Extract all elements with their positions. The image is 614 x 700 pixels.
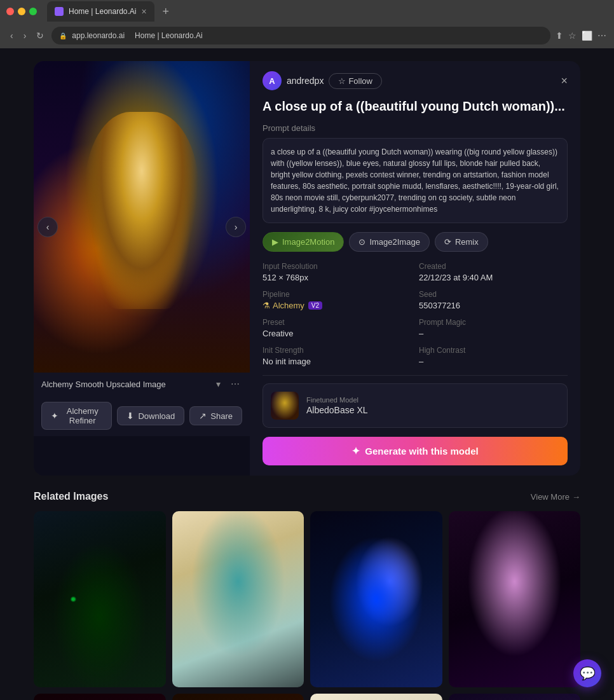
- download-button[interactable]: ⬇ Download: [117, 406, 184, 425]
- url-path: Home | Leonardo.Ai: [135, 31, 203, 40]
- chat-icon: 💬: [580, 666, 596, 681]
- preset-value: Creative: [263, 329, 411, 338]
- prompt-section-label: Prompt details: [263, 123, 568, 133]
- username[interactable]: andredpx: [287, 76, 324, 86]
- pipeline-value: ⚗ Alchemy V2: [263, 301, 411, 310]
- input-resolution-label: Input Resolution: [263, 262, 411, 271]
- preset-item: Preset Creative: [263, 318, 411, 338]
- prompt-text: a close up of a ((beautiful young Dutch …: [271, 148, 559, 214]
- seed-value: 550377216: [419, 301, 568, 310]
- image2motion-button[interactable]: ▶ Image2Motion: [263, 232, 344, 252]
- related-image-6[interactable]: [172, 694, 304, 700]
- address-bar: ‹ › ↻ 🔒 app.leonardo.ai Home | Leonardo.…: [0, 23, 614, 48]
- dropdown-icon[interactable]: ▾: [214, 378, 223, 390]
- modal-top: ‹ › Alchemy Smooth Upscaled Image ▾ ⋯ ✦: [34, 61, 580, 476]
- related-image-grid: [34, 511, 580, 700]
- info-header: A andredpx ☆ Follow ×: [263, 71, 568, 90]
- main-content: ‹ › Alchemy Smooth Upscaled Image ▾ ⋯ ✦: [0, 48, 614, 700]
- download-icon: ⬇: [126, 411, 134, 421]
- prompt-magic-label: Prompt Magic: [419, 318, 568, 327]
- seed-item: Seed 550377216: [419, 290, 568, 310]
- related-image-5[interactable]: [34, 694, 166, 700]
- main-image: ‹ ›: [34, 61, 250, 373]
- model-label: Finetuned Model: [306, 396, 368, 404]
- tab-label: Home | Leonardo.Ai: [69, 7, 137, 16]
- pipeline-item: Pipeline ⚗ Alchemy V2: [263, 290, 411, 310]
- tab-favicon: [55, 7, 64, 16]
- next-image-button[interactable]: ›: [226, 217, 246, 237]
- browser-titlebar: Home | Leonardo.Ai × +: [0, 0, 614, 23]
- init-strength-value: No init image: [263, 357, 411, 366]
- prompt-box: a close up of a ((beautiful young Dutch …: [263, 138, 568, 223]
- arrow-right-icon: →: [572, 492, 580, 502]
- image-label-bar: Alchemy Smooth Upscaled Image ▾ ⋯: [34, 373, 250, 395]
- refiner-icon: ✦: [51, 411, 58, 421]
- related-image-2[interactable]: [172, 511, 304, 687]
- v2-badge: V2: [308, 301, 322, 310]
- model-info: Finetuned Model AlbedoBase XL: [306, 396, 368, 415]
- active-tab[interactable]: Home | Leonardo.Ai ×: [47, 1, 154, 22]
- close-window-dot[interactable]: [6, 8, 14, 15]
- bookmark-icon[interactable]: ☆: [568, 31, 576, 41]
- related-image-8[interactable]: [449, 694, 581, 700]
- generate-button[interactable]: ✦ Generate with this model: [263, 437, 568, 465]
- share-browser-icon[interactable]: ⬆: [556, 31, 563, 41]
- alchemy-refiner-button[interactable]: ✦ Alchemy Refiner: [41, 402, 112, 430]
- image-title: A close up of a ((beautiful young Dutch …: [263, 98, 568, 114]
- close-modal-button[interactable]: ×: [561, 74, 568, 88]
- info-panel: A andredpx ☆ Follow × A close up of a ((…: [250, 61, 580, 476]
- follow-button[interactable]: ☆ Follow: [329, 73, 382, 89]
- tab-close-icon[interactable]: ×: [142, 6, 147, 17]
- prompt-magic-value: –: [419, 329, 568, 338]
- menu-icon[interactable]: ⋯: [597, 31, 606, 41]
- url-input[interactable]: 🔒 app.leonardo.ai Home | Leonardo.Ai: [51, 27, 550, 45]
- input-resolution-value: 512 × 768px: [263, 273, 411, 282]
- minimize-window-dot[interactable]: [18, 8, 25, 15]
- model-name: AlbedoBase XL: [306, 405, 368, 415]
- tab-bar: Home | Leonardo.Ai × +: [42, 1, 180, 22]
- action-buttons: ▶ Image2Motion ⊙ Image2Image ⟳ Remix: [263, 232, 568, 252]
- input-resolution-item: Input Resolution 512 × 768px: [263, 262, 411, 282]
- share-button[interactable]: ↗ Share: [189, 406, 242, 425]
- forward-button[interactable]: ›: [21, 28, 29, 43]
- related-title: Related Images: [34, 491, 108, 502]
- image-modal: ‹ › Alchemy Smooth Upscaled Image ▾ ⋯ ✦: [34, 61, 580, 476]
- reload-button[interactable]: ↻: [34, 28, 46, 43]
- browser-chrome: Home | Leonardo.Ai × + ‹ › ↻ 🔒 app.leona…: [0, 0, 614, 48]
- related-header: Related Images View More →: [34, 491, 580, 502]
- created-label: Created: [419, 262, 568, 271]
- high-contrast-value: –: [419, 357, 568, 366]
- prev-image-button[interactable]: ‹: [38, 217, 58, 237]
- init-strength-item: Init Strength No init image: [263, 346, 411, 366]
- motion-icon: ▶: [272, 237, 278, 247]
- generate-icon: ✦: [351, 445, 360, 457]
- url-site: app.leonardo.ai: [72, 31, 125, 40]
- image-label-actions: ▾ ⋯: [214, 378, 242, 390]
- init-strength-label: Init Strength: [263, 346, 411, 355]
- image2image-button[interactable]: ⊙ Image2Image: [349, 232, 430, 252]
- chat-bubble-button[interactable]: 💬: [573, 659, 601, 687]
- created-value: 22/12/23 at 9:40 AM: [419, 273, 568, 282]
- related-image-1[interactable]: [34, 511, 166, 687]
- seed-label: Seed: [419, 290, 568, 299]
- avatar: A: [263, 71, 282, 90]
- remix-button[interactable]: ⟳ Remix: [435, 232, 488, 252]
- extensions-icon[interactable]: ⬜: [582, 31, 592, 41]
- user-info: A andredpx ☆ Follow: [263, 71, 382, 90]
- related-image-4[interactable]: [449, 511, 581, 687]
- related-image-7[interactable]: [310, 694, 442, 700]
- more-options-icon[interactable]: ⋯: [228, 378, 242, 390]
- model-card: Finetuned Model AlbedoBase XL: [263, 383, 568, 428]
- view-more-button[interactable]: View More →: [531, 492, 580, 502]
- back-button[interactable]: ‹: [8, 28, 16, 43]
- related-section: Related Images View More →: [34, 491, 580, 700]
- related-image-3[interactable]: [310, 511, 442, 687]
- share-icon: ↗: [199, 411, 207, 421]
- alchemy-badge: ⚗ Alchemy: [263, 301, 304, 310]
- image-label: Alchemy Smooth Upscaled Image: [41, 380, 166, 389]
- image-section: ‹ › Alchemy Smooth Upscaled Image ▾ ⋯ ✦: [34, 61, 250, 476]
- created-item: Created 22/12/23 at 9:40 AM: [419, 262, 568, 282]
- maximize-window-dot[interactable]: [29, 8, 37, 15]
- new-tab-button[interactable]: +: [157, 3, 175, 20]
- remix-icon: ⟳: [444, 237, 451, 247]
